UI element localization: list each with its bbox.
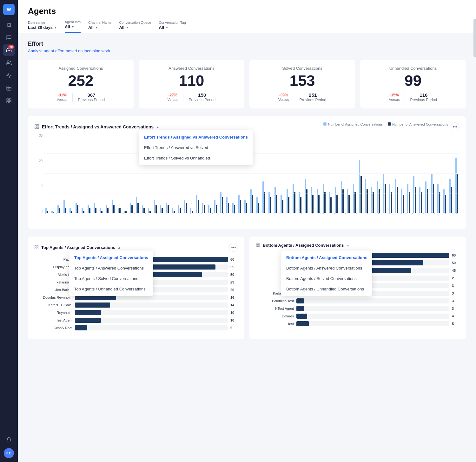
top-agents-answered-item[interactable]: Top Agents / Answered Conversations [69,263,153,273]
agent-val-1: 55 [230,265,238,269]
bottom-agents-solved-item[interactable]: Bottom Agents / Solved Conversations [281,273,372,284]
bar-assigned-9 [100,208,101,213]
y-label-0: 0 [34,210,43,213]
bar-answered-67 [451,187,452,213]
bar-assigned-60 [407,184,408,213]
x-label-29: 01/20/2023 [366,213,380,218]
filter-conversation-queue[interactable]: Conversation Queue All ▼ [119,21,151,33]
bar-assigned-41 [293,184,294,213]
stat-divider-0 [72,93,73,102]
filter-channel-name-label: Channel Name [88,21,111,24]
x-label-8: 11/20/2022 [133,213,147,218]
sidebar-item-chat[interactable] [3,32,15,43]
stat-divider-3 [405,93,405,102]
dropdown-item-answered-solved[interactable]: Effort Trends / Answered vs Solved [139,142,253,153]
bar-answered-62 [421,192,422,213]
bottom-agents-dropdown: Bottom Agents / Assigned Conversations B… [281,251,372,296]
agent-val-0: 60 [452,253,459,257]
agent-val-0: 60 [230,257,238,261]
x-label-5: 11/16/2022 [99,213,113,218]
svg-rect-12 [35,248,36,249]
sidebar-item-table[interactable] [3,82,15,94]
bottom-agents-answered-item[interactable]: Bottom Agents / Answered Conversations [281,263,372,273]
bar-answered-58 [397,187,398,213]
top-agents-chart: Top Agents / Assigned Conversations ▲ ••… [28,237,244,339]
stat-card-0: Assigned Conversations 252 -31% Versus 3… [28,60,134,108]
dropdown-item-solved-unhandled[interactable]: Effort Trends / Solved vs Unhandled [139,153,253,163]
bar-answered-50 [348,195,350,213]
filter-bar: Date range Last 30 days ▼ Agent Info All… [28,20,466,33]
top-agents-menu-btn[interactable]: ••• [229,243,238,252]
bottom-agents-chevron[interactable]: ▲ [346,244,349,247]
bar-answered-8 [95,208,96,213]
bar-assigned-12 [118,208,119,213]
effort-subtitle-link[interactable]: incoming work [84,49,110,53]
agent-row-9: test 5 [256,321,459,326]
bar-answered-64 [433,184,434,213]
bar-assigned-8 [94,203,95,213]
agent-row-6: KateNT CCaaS 14 [34,303,238,308]
agent-name-8: Dolores [256,314,294,318]
chart-title-chevron[interactable]: ▲ [156,125,159,129]
effort-title: Effort [28,41,466,47]
svg-rect-9 [37,127,39,128]
x-label-0: 10/19/2022 [44,213,58,218]
agent-name-6: Palomino Test [256,299,294,303]
x-label-34: 02/03/2023 [422,213,436,218]
stat-card-footer-1: -27% Versus 150 Previous Period [168,92,215,102]
agent-bar-track-8 [296,314,449,319]
top-agents-unhandled-item[interactable]: Top Agents / Unhandled Conversations [69,284,153,294]
svg-rect-11 [37,246,38,247]
chart-menu-button[interactable]: ••• [451,122,459,131]
stat-card-value-1: 110 [179,73,204,88]
top-agents-solved-item[interactable]: Top Agents / Solved Conversations [69,273,153,284]
sidebar-item-reports[interactable] [3,70,15,81]
bottom-agents-unhandled-item[interactable]: Bottom Agents / Unhandled Conversations [281,284,372,294]
agent-bar-fill-8 [296,314,307,319]
bottom-agents-assigned-item[interactable]: Bottom Agents / Assigned Conversations [281,252,372,263]
bar-answered-2 [59,208,60,213]
bar-answered-38 [276,195,277,213]
stat-prev-label-1: Previous Period [188,98,215,102]
chart-legend: Number of Assigned Conversations Number … [323,122,448,126]
bar-assigned-61 [413,176,414,213]
bar-assigned-46 [323,184,324,213]
stat-prev-val-1: 150 [188,92,215,98]
agent-bar-track-8 [75,318,228,323]
top-agents-assigned-item[interactable]: Top Agents / Assigned Conversations [69,252,153,263]
agent-row-8: Dolores 4 [256,314,459,319]
stat-versus-3: -15% Versus [389,93,400,102]
stat-card-value-2: 153 [289,73,315,88]
bar-assigned-68 [455,158,457,213]
bar-assigned-20 [166,203,167,213]
bar-answered-65 [439,192,440,213]
sidebar-item-bell[interactable] [3,434,15,446]
stat-vs-value-1: -27% [169,93,177,97]
bar-assigned-55 [377,181,378,213]
sidebar-item-inbox[interactable]: 70 [3,44,15,56]
chevron-down-icon-2: ▼ [71,25,75,29]
bar-assigned-25 [196,195,197,213]
bar-answered-11 [113,205,115,213]
x-label-24: 12/28/2022 [311,213,325,218]
scrollbar[interactable] [473,19,476,57]
filter-conversation-queue-value: All ▼ [119,25,151,30]
sidebar-item-home[interactable]: ⊞ [3,19,15,30]
bar-assigned-31 [232,203,234,213]
agent-val-3: 2 [452,276,459,280]
avatar[interactable]: KC [4,448,14,458]
svg-rect-14 [256,244,258,245]
filter-date-range[interactable]: Date range Last 30 days ▼ [28,21,57,33]
dropdown-item-assigned-answered[interactable]: Effort Trends / Assigned vs Answered Con… [139,132,253,142]
agent-bar-track-7 [75,310,228,315]
filter-agent-info[interactable]: Agent Info All ▼ [65,20,81,33]
stat-card-title-0: Assigned Conversations [58,66,103,71]
sidebar-item-contacts[interactable] [3,57,15,68]
bar-assigned-67 [449,179,451,213]
filter-channel-name[interactable]: Channel Name All ▼ [88,21,111,33]
bar-answered-54 [373,192,374,213]
top-agents-chevron[interactable]: ▲ [118,246,121,249]
sidebar-item-metrics[interactable] [3,95,15,107]
filter-conversation-tag[interactable]: Conversation Tag All ▼ [159,21,186,33]
svg-rect-7 [37,125,39,126]
